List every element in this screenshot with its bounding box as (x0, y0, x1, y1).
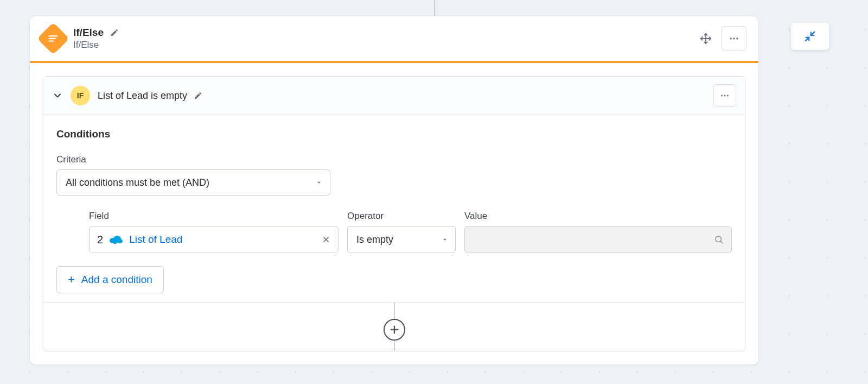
criteria-select[interactable]: All conditions must be met (AND) (56, 169, 330, 196)
clear-field-icon[interactable] (320, 233, 333, 246)
edit-title-icon[interactable] (110, 28, 119, 37)
svg-point-17 (716, 236, 722, 242)
chevron-down-icon[interactable] (52, 90, 63, 101)
condition-title: List of Lead is empty (98, 90, 187, 102)
condition-header: IF List of Lead is empty (43, 77, 745, 115)
value-input[interactable] (464, 226, 732, 253)
criteria-label: Criteria (56, 154, 732, 165)
card-title: If/Else (73, 27, 104, 39)
if-badge: IF (71, 86, 90, 105)
bottom-connector (43, 302, 745, 351)
svg-point-14 (112, 240, 118, 244)
operator-select[interactable]: Is empty (347, 226, 456, 253)
card-more-button[interactable] (722, 26, 746, 51)
field-value-text: List of Lead (129, 234, 314, 245)
caret-down-icon (441, 236, 449, 243)
criteria-value: All conditions must be met (AND) (66, 177, 209, 188)
svg-line-18 (720, 241, 722, 243)
field-input[interactable]: 2 List of Lead (89, 226, 339, 253)
condition-more-button[interactable] (713, 84, 736, 107)
plus-icon: + (68, 273, 75, 287)
search-icon (714, 235, 724, 244)
card-header: If/Else If/Else (30, 16, 758, 61)
svg-point-9 (724, 95, 726, 97)
operator-value: Is empty (356, 234, 393, 245)
field-column-label: Field (89, 211, 339, 222)
connector-line-top (434, 0, 435, 16)
card-subtitle: If/Else (73, 40, 698, 51)
conditions-section-title: Conditions (56, 128, 732, 140)
ifelse-card: If/Else If/Else IF (30, 16, 758, 364)
add-step-button[interactable] (384, 319, 405, 341)
salesforce-icon (108, 234, 124, 245)
ifelse-icon (37, 22, 69, 54)
svg-point-6 (733, 37, 735, 39)
header-text-block: If/Else If/Else (73, 27, 698, 51)
svg-point-13 (117, 239, 123, 243)
field-index: 2 (97, 234, 103, 246)
svg-point-7 (736, 37, 738, 39)
value-column-label: Value (464, 211, 732, 222)
collapse-button[interactable] (791, 23, 829, 50)
svg-point-8 (721, 95, 723, 97)
svg-point-5 (730, 37, 732, 39)
move-icon[interactable] (698, 30, 714, 47)
add-condition-button[interactable]: + Add a condition (56, 266, 164, 293)
add-condition-label: Add a condition (81, 274, 152, 286)
svg-point-10 (727, 95, 729, 97)
operator-column-label: Operator (347, 211, 456, 222)
edit-condition-icon[interactable] (194, 91, 202, 100)
condition-block: IF List of Lead is empty Conditions Crit… (43, 76, 745, 351)
